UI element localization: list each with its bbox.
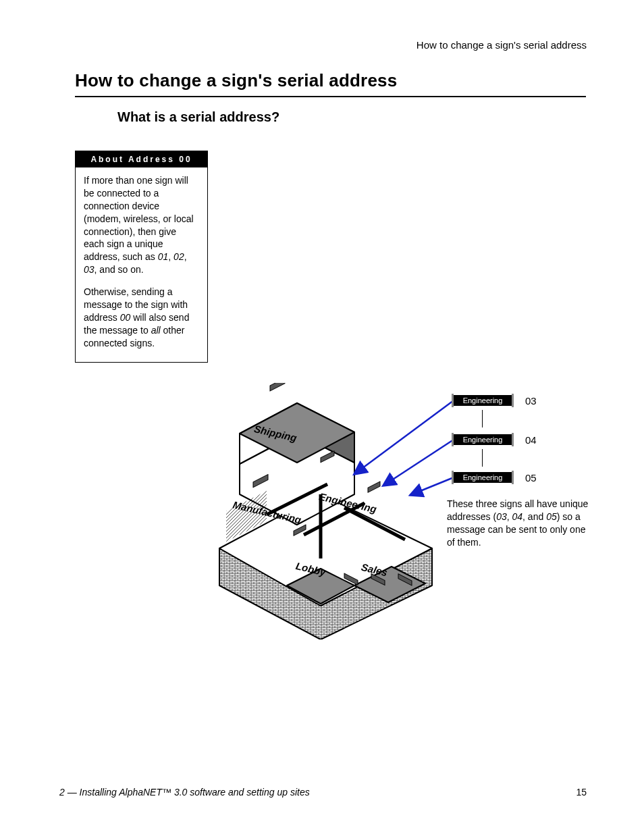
address-00: 00 [120, 312, 131, 323]
page-title: How to change a sign's serial address [75, 70, 397, 91]
text: , and so on. [95, 264, 144, 275]
address-03: 03 [84, 264, 95, 275]
footer-chapter: 2 — Installing AlphaNET™ 3.0 software an… [59, 787, 310, 798]
sidebar-body: If more than one sign will be connected … [76, 167, 207, 362]
section-heading: What is a serial address? [117, 109, 279, 125]
sign-callout-05: Engineering [454, 472, 512, 483]
emphasis-all: all [151, 325, 161, 336]
text: If more than one sign will be connected … [84, 175, 194, 262]
sign-address-04: 04 [525, 434, 537, 446]
floorplan-diagram: Shipping Manufacturing Engineering Lobby… [203, 383, 587, 640]
diagram-caption: These three signs all have unique addres… [447, 498, 589, 549]
caption-addr-03: 03 [496, 511, 507, 522]
sidebar-title: About Address 00 [76, 151, 207, 167]
running-head: How to change a sign's serial address [417, 39, 587, 51]
sign-address-03: 03 [525, 395, 537, 407]
text: , [507, 511, 512, 522]
sign-callout-03: Engineering [454, 395, 512, 406]
caption-addr-04: 04 [512, 511, 523, 522]
sidebar-about-address-00: About Address 00 If more than one sign w… [75, 151, 208, 363]
text: , and [522, 511, 546, 522]
caption-addr-05: 05 [546, 511, 557, 522]
svg-line-18 [354, 400, 454, 474]
text: , [168, 251, 173, 262]
sign-address-05: 05 [525, 472, 537, 484]
svg-line-19 [383, 440, 454, 486]
svg-line-20 [410, 477, 454, 495]
sidebar-paragraph-2: Otherwise, sending a message to the sign… [84, 286, 199, 349]
connector-line [482, 449, 483, 467]
sign-callout-04: Engineering [454, 434, 512, 445]
address-02: 02 [173, 251, 184, 262]
title-rule [75, 96, 586, 97]
text: , [184, 251, 187, 262]
connector-line [482, 410, 483, 427]
sidebar-paragraph-1: If more than one sign will be connected … [84, 174, 199, 276]
address-01: 01 [158, 251, 169, 262]
footer-page-number: 15 [576, 787, 587, 798]
